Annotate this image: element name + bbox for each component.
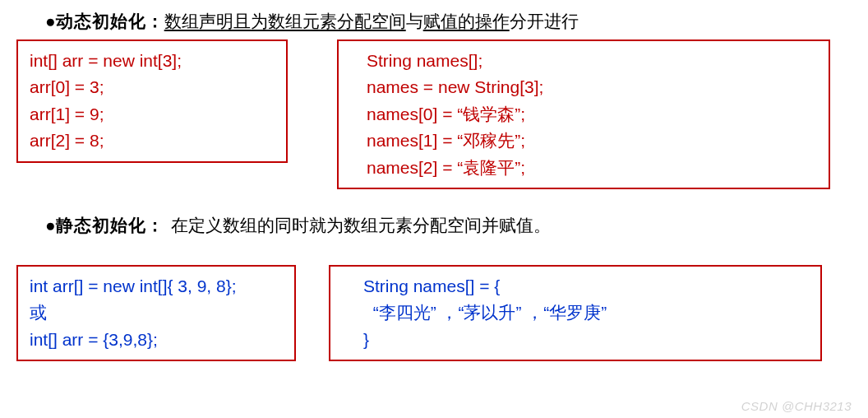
code-line: arr[0] = 3; xyxy=(30,74,275,101)
dynamic-mid: 与 xyxy=(406,12,423,30)
code-line: 或 xyxy=(30,300,283,327)
dynamic-code-row: int[] arr = new int[3]; arr[0] = 3; arr[… xyxy=(16,39,852,190)
static-code-row: int arr[] = new int[]{ 3, 9, 8}; 或 int[]… xyxy=(16,265,852,362)
dynamic-underlined-2: 赋值的操作 xyxy=(423,12,510,30)
static-desc: 在定义数组的同时就为数组元素分配空间并赋值。 xyxy=(171,216,551,235)
static-init-heading: ●静态初始化：在定义数组的同时就为数组元素分配空间并赋值。 xyxy=(45,212,852,239)
watermark: CSDN @CHH3213 xyxy=(741,399,852,413)
bullet-icon: ● xyxy=(45,12,56,30)
code-box-int-dynamic: int[] arr = new int[3]; arr[0] = 3; arr[… xyxy=(16,39,288,163)
dynamic-title: 动态初始化： xyxy=(56,12,164,30)
code-line: int[] arr = {3,9,8}; xyxy=(30,327,283,354)
code-line: names[0] = “钱学森”; xyxy=(367,101,817,128)
code-box-int-static: int arr[] = new int[]{ 3, 9, 8}; 或 int[]… xyxy=(16,265,296,362)
code-line: int[] arr = new int[3]; xyxy=(30,48,275,75)
code-box-string-static: String names[] = { “李四光” ，“茅以升” ，“华罗庚” } xyxy=(329,265,822,362)
dynamic-underlined-1: 数组声明且为数组元素分配空间 xyxy=(164,12,406,30)
code-line: names[1] = “邓稼先”; xyxy=(367,128,817,155)
code-line: “李四光” ，“茅以升” ，“华罗庚” xyxy=(363,300,809,327)
code-line: names = new String[3]; xyxy=(367,74,817,101)
code-box-string-dynamic: String names[]; names = new String[3]; n… xyxy=(337,39,830,190)
bullet-icon: ● xyxy=(45,216,56,235)
code-line: String names[] = { xyxy=(363,273,809,300)
code-line: String names[]; xyxy=(367,48,817,75)
code-line: names[2] = “袁隆平”; xyxy=(367,155,817,182)
dynamic-after: 分开进行 xyxy=(510,12,579,30)
code-line: } xyxy=(363,327,809,354)
static-title: 静态初始化： xyxy=(56,216,164,235)
code-line: arr[2] = 8; xyxy=(30,128,275,155)
code-line: arr[1] = 9; xyxy=(30,101,275,128)
dynamic-init-heading: ●动态初始化：数组声明且为数组元素分配空间与赋值的操作分开进行 xyxy=(45,8,852,35)
code-line: int arr[] = new int[]{ 3, 9, 8}; xyxy=(30,273,283,300)
